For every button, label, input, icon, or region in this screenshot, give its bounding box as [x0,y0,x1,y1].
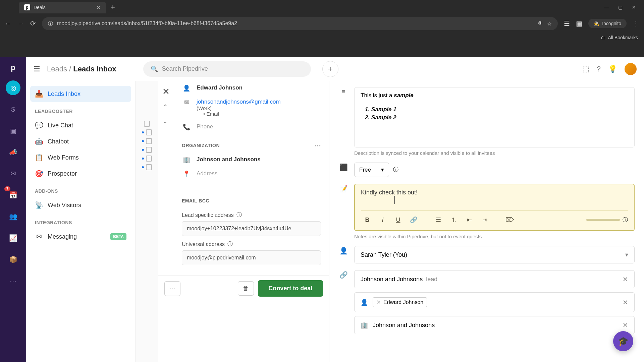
participant-chip[interactable]: ✕ Edward Johnson [373,297,427,307]
owner-select[interactable]: Sarah Tyler (You) ▾ [354,246,635,263]
clear-linked-lead-icon[interactable]: ✕ [623,275,628,283]
description-help-text: Description is synced to your calendar a… [354,150,635,156]
extensions-icon[interactable]: ⬚ [582,65,589,73]
sidebar-item-leads-inbox[interactable]: 📥 Leads Inbox [30,86,131,102]
tracking-blocked-icon[interactable]: 👁 [538,20,543,26]
browser-menu-icon[interactable]: ⋮ [633,19,639,27]
rail-campaigns-icon[interactable]: 📣 [6,145,20,160]
browser-tab[interactable]: p Deals ✕ [19,2,106,13]
list-item[interactable] [142,164,152,170]
target-icon: 🎯 [35,170,43,178]
list-item[interactable] [142,138,152,144]
rail-projects-icon[interactable]: ▣ [6,123,20,138]
sidebar-item-prospector[interactable]: 🎯 Prospector [30,166,131,182]
info-icon[interactable]: ⓘ [393,166,398,173]
organization-name[interactable]: Johnson and Johnsons [197,156,261,163]
bookmark-star-icon[interactable]: ☆ [547,20,552,27]
side-panel-icon[interactable]: ▣ [576,19,582,27]
user-avatar[interactable] [625,63,637,75]
list-item[interactable] [142,147,152,153]
incognito-indicator[interactable]: 🕵 Incognito [588,19,627,28]
sidebar-item-messaging[interactable]: ✉ Messaging BETA [30,229,131,245]
outdent-button[interactable]: ⇤ [463,214,476,226]
rail-activities-icon[interactable]: 7📅 [6,188,20,202]
more-actions-button[interactable]: ⋯ [164,281,180,296]
rail-contacts-icon[interactable]: 👥 [6,209,20,224]
nav-back-icon[interactable]: ← [5,20,11,27]
email-type-label: (Work) [197,105,281,111]
url-input[interactable]: ⓘ moodjoy.pipedrive.com/leads/inbox/51f2… [42,17,558,30]
prev-lead-icon[interactable]: ⌃ [160,101,172,113]
italic-button[interactable]: I [376,214,389,226]
note-slider[interactable] [586,219,620,221]
tips-icon[interactable]: 💡 [608,65,617,73]
note-icon: 📝 [339,184,348,192]
info-icon[interactable]: ⓘ [227,241,233,248]
list-item[interactable] [142,129,152,135]
collapse-sidebar-icon[interactable]: ☰ [34,65,40,73]
rail-insights-icon[interactable]: 📈 [6,231,20,245]
archive-button[interactable]: 🗑 [238,281,254,296]
search-input[interactable]: 🔍 Search Pipedrive [143,61,311,77]
sidebar-section-addons: ADD-ONS [30,182,131,197]
sidebar-item-web-forms[interactable]: 📋 Web Forms [30,149,131,166]
numbered-list-button[interactable]: ⒈ [447,214,460,226]
reading-list-icon[interactable]: ☰ [564,19,570,27]
tab-close-icon[interactable]: ✕ [96,4,101,11]
sidebar-item-web-visitors[interactable]: 📡 Web Visitors [30,197,131,213]
nav-reload-icon[interactable]: ⟳ [30,19,36,27]
clear-format-button[interactable]: ⌦ [503,214,516,226]
rail-mail-icon[interactable]: ✉ [6,166,20,181]
convert-to-deal-button[interactable]: Convert to deal [258,280,323,297]
app-logo[interactable]: p [7,62,19,74]
list-item[interactable] [142,156,152,162]
contact-email[interactable]: johnsonandjohnsons@gmail.com [197,99,281,105]
next-lead-icon[interactable]: ⌄ [160,115,172,127]
linked-org-field[interactable]: 🏢 Johnson and Johnsons ✕ [354,316,635,334]
close-detail-icon[interactable]: ✕ [160,84,172,99]
rail-products-icon[interactable]: 📦 [6,252,20,267]
sidebar-item-chatbot[interactable]: 🤖 Chatbot [30,133,131,149]
underline-button[interactable]: U [392,214,405,226]
help-fab[interactable]: 🎓 [613,331,633,351]
window-close-icon[interactable]: ✕ [632,5,636,10]
sidebar-item-live-chat[interactable]: 💬 Live Chat [30,117,131,133]
window-maximize-icon[interactable]: ▢ [618,5,623,10]
rail-more-icon[interactable]: ⋯ [6,274,20,288]
linked-lead-field[interactable]: Johnson and Johnsons lead ✕ [354,270,635,288]
breadcrumb-current: Leads Inbox [73,65,116,73]
clear-linked-org-icon[interactable]: ✕ [623,321,628,329]
note-editor[interactable]: Kindly check this out! B I U 🔗 ☰ ⒈ [354,184,635,231]
phone-field[interactable]: Phone [197,123,213,130]
new-tab-button[interactable]: + [111,3,115,12]
window-minimize-icon[interactable]: — [604,5,609,10]
list-item[interactable] [144,121,150,127]
availability-icon: ⬛ [339,163,348,171]
description-editor[interactable]: This is just a sample Sample 1 Sample 2 [354,87,635,147]
linked-participant-field[interactable]: 👤 ✕ Edward Johnson ✕ [354,292,635,312]
bold-button[interactable]: B [361,214,374,226]
site-info-icon[interactable]: ⓘ [48,20,53,27]
indent-button[interactable]: ⇥ [478,214,491,226]
address-field[interactable]: Address [197,170,217,177]
all-bookmarks-button[interactable]: 🗀 All Bookmarks [601,35,638,40]
help-icon[interactable]: ? [597,65,601,73]
lead-specific-input[interactable] [182,221,321,236]
info-icon[interactable]: ⓘ [236,212,242,219]
message-icon: ✉ [35,233,43,241]
contact-name[interactable]: Edward Johnson [197,84,243,91]
quick-add-button[interactable]: + [322,61,338,77]
building-icon: 🏢 [182,156,191,164]
info-icon[interactable]: ⓘ [623,217,628,224]
universal-input[interactable] [182,250,321,265]
section-more-icon[interactable]: ⋯ [314,141,321,149]
note-content: Kindly check this out! [361,189,418,196]
bullet-list-button[interactable]: ☰ [432,214,445,226]
clear-participants-icon[interactable]: ✕ [623,298,628,306]
remove-chip-icon[interactable]: ✕ [376,299,381,305]
rail-leads-icon[interactable]: ◎ [6,80,20,95]
breadcrumb-root[interactable]: Leads [47,65,67,73]
availability-select[interactable]: Free ▾ [354,163,389,177]
link-button[interactable]: 🔗 [407,214,420,226]
rail-deals-icon[interactable]: $ [6,102,20,117]
